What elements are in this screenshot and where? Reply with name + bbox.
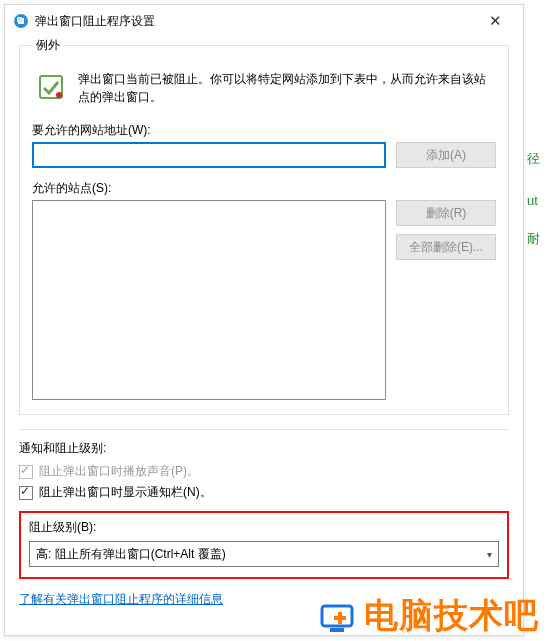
blocking-level-label: 阻止级别(B): <box>29 519 499 536</box>
window-title: 弹出窗口阻止程序设置 <box>35 13 473 30</box>
blocking-level-highlight: 阻止级别(B): 高: 阻止所有弹出窗口(Ctrl+Alt 覆盖) ▾ <box>19 511 509 579</box>
watermark-text: 电脑技术吧 <box>364 596 539 634</box>
learn-more-link[interactable]: 了解有关弹出窗口阻止程序的详细信息 <box>19 592 223 606</box>
play-sound-label: 阻止弹出窗口时播放声音(P)。 <box>39 463 199 480</box>
app-icon <box>13 13 29 29</box>
allowed-sites-listbox[interactable] <box>32 200 386 400</box>
exceptions-legend: 例外 <box>32 37 64 54</box>
address-input[interactable] <box>32 142 386 168</box>
separator <box>19 429 509 430</box>
blocking-level-value: 高: 阻止所有弹出窗口(Ctrl+Alt 覆盖) <box>36 546 226 563</box>
titlebar: 弹出窗口阻止程序设置 ✕ <box>5 5 523 37</box>
add-button[interactable]: 添加(A) <box>396 142 496 168</box>
svg-point-4 <box>56 92 62 98</box>
bg-char: 耐 <box>527 228 547 250</box>
show-notification-bar-checkbox[interactable] <box>19 486 33 500</box>
svg-rect-6 <box>330 628 344 632</box>
chevron-down-icon: ▾ <box>487 549 492 560</box>
info-text: 弹出窗口当前已被阻止。你可以将特定网站添加到下表中，从而允许来自该站点的弹出窗口… <box>78 70 494 106</box>
watermark: 电脑技术吧 <box>320 593 539 639</box>
notify-section-title: 通知和阻止级别: <box>19 440 509 457</box>
show-notification-bar-label: 阻止弹出窗口时显示通知栏(N)。 <box>39 484 212 501</box>
close-button[interactable]: ✕ <box>473 7 517 35</box>
bg-char: 径 <box>527 148 547 170</box>
blocking-level-select[interactable]: 高: 阻止所有弹出窗口(Ctrl+Alt 覆盖) ▾ <box>29 541 499 567</box>
watermark-icon <box>320 603 360 633</box>
address-label: 要允许的网站地址(W): <box>32 122 496 139</box>
remove-all-button[interactable]: 全部删除(E)... <box>396 234 496 260</box>
close-icon: ✕ <box>489 12 502 30</box>
popup-blocker-settings-dialog: 弹出窗口阻止程序设置 ✕ 例外 弹出窗口当前已被阻止。你可以将特定网站添加到下表… <box>4 4 524 636</box>
bg-char: ut <box>527 190 547 212</box>
remove-button[interactable]: 删除(R) <box>396 200 496 226</box>
play-sound-checkbox[interactable] <box>19 465 33 479</box>
dialog-content: 例外 弹出窗口当前已被阻止。你可以将特定网站添加到下表中，从而允许来自该站点的弹… <box>5 37 523 618</box>
exceptions-group: 例外 弹出窗口当前已被阻止。你可以将特定网站添加到下表中，从而允许来自该站点的弹… <box>19 37 509 415</box>
shield-icon <box>34 70 68 104</box>
allowed-sites-label: 允许的站点(S): <box>32 180 496 197</box>
svg-rect-2 <box>17 17 22 22</box>
